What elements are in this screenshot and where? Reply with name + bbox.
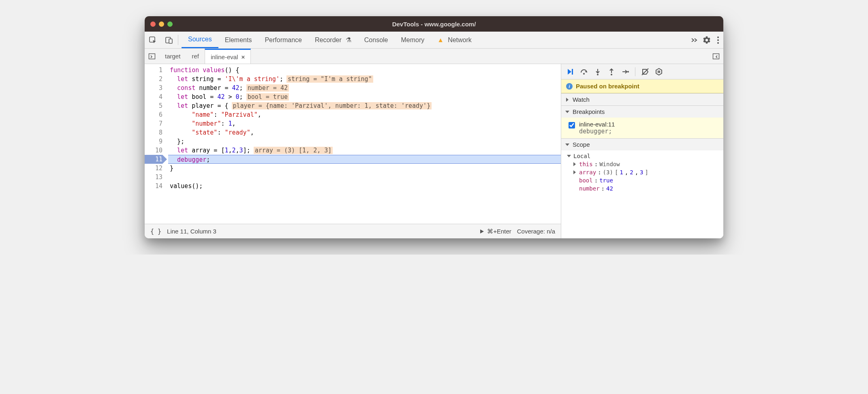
line-number[interactable]: 13 [145,173,162,182]
device-toggle-button[interactable] [161,32,177,48]
svg-point-3 [717,36,719,38]
main-split: 1234567891011121314 function values() { … [145,64,723,238]
panel-tab-sources[interactable]: Sources [182,32,218,48]
scope-variable[interactable]: this: Window [572,160,723,168]
more-file-tabs-button[interactable] [709,49,723,64]
panel-tab-elements[interactable]: Elements [218,32,259,48]
inspect-element-button[interactable] [145,32,161,48]
deactivate-breakpoints-button[interactable] [641,68,649,76]
line-number[interactable]: 14 [145,182,162,191]
svg-rect-2 [169,39,172,43]
line-number[interactable]: 9 [145,137,162,146]
svg-rect-15 [659,71,661,73]
code-line[interactable]: let array = [1,2,3];array = (3) [1, 2, 3… [170,146,561,155]
svg-point-4 [717,39,719,41]
cursor-position: Line 11, Column 3 [167,228,216,235]
code-line[interactable]: "number": 1, [170,119,561,128]
line-number[interactable]: 4 [145,92,162,101]
code-line[interactable]: debugger; [168,155,561,164]
svg-point-5 [717,42,719,44]
svg-rect-8 [572,69,573,75]
line-number[interactable]: 10 [145,146,162,155]
close-file-tab-button[interactable]: × [241,54,245,60]
line-number[interactable]: 3 [145,84,162,92]
step-over-button[interactable] [580,68,588,76]
svg-point-12 [627,71,629,73]
panel-tab-console[interactable]: Console [358,32,395,48]
code-line[interactable]: function values() { [170,66,561,75]
file-tab-ref[interactable]: ref [186,49,205,64]
step-into-button[interactable] [594,68,602,76]
code-line[interactable]: const number = 42;number = 42 [170,84,561,92]
debugger-column: i Paused on breakpoint Watch Breakpoints… [561,64,723,238]
code-line[interactable]: } [170,164,561,173]
svg-point-10 [597,74,599,75]
pretty-print-button[interactable]: { } [150,228,161,235]
line-number[interactable]: 2 [145,75,162,84]
devtools-window: DevTools - www.google.com/ SourcesElemen… [145,16,723,238]
inline-value-hint: array = (3) [1, 2, 3] [254,147,333,154]
flask-icon: ⚗ [346,36,351,44]
line-number[interactable]: 11 [145,155,162,164]
breakpoint-item[interactable]: inline-eval:11debugger; [561,118,723,138]
pause-on-exceptions-button[interactable] [655,68,663,76]
step-out-button[interactable] [607,68,616,76]
editor-column: 1234567891011121314 function values() { … [145,64,561,238]
inline-value-hint: string = "I'm a string" [286,75,373,83]
breakpoints-section-header[interactable]: Breakpoints [561,105,723,118]
titlebar: DevTools - www.google.com/ [145,16,723,32]
line-number[interactable]: 6 [145,110,162,119]
code-line[interactable]: "state": "ready", [170,128,561,137]
more-panels-button[interactable] [686,32,702,48]
scope-local-header[interactable]: Local [566,152,723,160]
scope-variable[interactable]: array: (3) [1, 2, 3] [572,168,723,176]
scope-variable[interactable]: number: 42 [572,184,723,193]
paused-banner: i Paused on breakpoint [561,79,723,93]
breakpoint-snippet: debugger; [579,128,615,135]
warning-icon: ▲ [437,36,444,44]
file-tab-target[interactable]: target [159,49,186,64]
code-line[interactable]: let bool = 42 > 0;bool = true [170,92,561,101]
panel-tab-memory[interactable]: Memory [395,32,431,48]
show-navigator-button[interactable] [145,49,159,64]
run-snippet-button[interactable]: ⌘+Enter [479,228,511,235]
line-number[interactable]: 7 [145,119,162,128]
inline-value-hint: number = 42 [246,84,289,92]
code-line[interactable]: values(); [170,182,561,191]
panel-tab-recorder[interactable]: Recorder⚗ [308,32,358,48]
step-button[interactable] [621,68,629,76]
watch-section-header[interactable]: Watch [561,93,723,105]
more-options-button[interactable] [717,36,719,45]
code-editor[interactable]: 1234567891011121314 function values() { … [145,64,561,224]
coverage-status: Coverage: n/a [517,228,555,235]
sources-filebar: targetrefinline-eval× [145,49,723,64]
panel-tab-network[interactable]: ▲Network [431,32,478,48]
code-line[interactable]: "name": "Parzival", [170,110,561,119]
scope-variable[interactable]: bool: true [572,176,723,184]
editor-statusbar: { } Line 11, Column 3 ⌘+Enter Coverage: … [145,224,561,238]
window-title: DevTools - www.google.com/ [145,21,723,28]
svg-point-9 [583,73,585,75]
panel-tab-performance[interactable]: Performance [258,32,308,48]
line-number[interactable]: 12 [145,164,162,173]
inline-value-hint: player = {name: 'Parzival', number: 1, s… [232,102,432,109]
code-line[interactable]: let string = 'I\'m a string';string = "I… [170,75,561,84]
svg-point-11 [611,74,612,75]
debugger-toolbar [561,64,723,79]
code-line[interactable]: }; [170,137,561,146]
line-number[interactable]: 8 [145,128,162,137]
breakpoint-checkbox[interactable] [569,122,575,128]
svg-rect-14 [658,71,659,73]
info-icon: i [566,83,573,90]
scope-section-header[interactable]: Scope [561,138,723,150]
code-line[interactable] [170,173,561,182]
line-number[interactable]: 1 [145,66,162,75]
file-tab-inline-eval[interactable]: inline-eval× [205,49,251,64]
panel-tabbar: SourcesElementsPerformanceRecorder⚗Conso… [145,32,723,49]
settings-button[interactable] [702,36,711,45]
line-number[interactable]: 5 [145,101,162,110]
breakpoint-location: inline-eval:11 [579,121,615,128]
inline-value-hint: bool = true [246,93,289,101]
resume-button[interactable] [566,68,574,76]
code-line[interactable]: let player = {player = {name: 'Parzival'… [170,101,561,110]
